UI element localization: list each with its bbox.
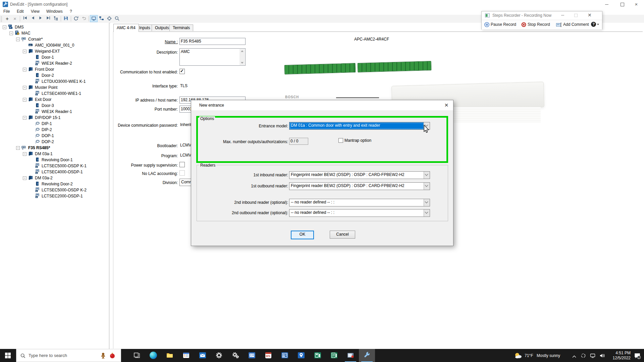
stop-record-button[interactable]: Stop Record (528, 22, 550, 27)
tree-item[interactable]: Door-1 (0, 54, 109, 60)
tree-item[interactable]: −DMS (0, 24, 109, 30)
start-button[interactable] (0, 349, 16, 362)
reader1-in-combo[interactable]: Fingerprint reader BEW2 (OSDP) : OSDP : … (289, 171, 430, 179)
menu-windows[interactable]: Windows (46, 9, 63, 14)
taskbar-invoice-icon[interactable] (326, 349, 342, 362)
description-input[interactable]: AMC (179, 48, 246, 66)
center-view-icon[interactable] (105, 15, 113, 22)
tree-item[interactable]: −DIP/DOP 15-1 (0, 115, 109, 121)
lac-checkbox[interactable] (179, 170, 185, 176)
dialog-close-icon[interactable]: ✕ (443, 102, 450, 109)
go-next-icon[interactable] (37, 15, 44, 22)
entrance-model-combo[interactable]: DM 01a : Common door with entry and exit… (289, 122, 430, 130)
reader1-out-combo-arrow[interactable] (424, 183, 430, 190)
tree-expand-toggle[interactable]: − (23, 86, 26, 89)
taskbar-system-gears-icon[interactable] (227, 349, 244, 362)
taskbar-pos-terminal-icon[interactable] (310, 349, 326, 362)
undo-icon[interactable] (80, 15, 88, 22)
pause-record-icon[interactable] (484, 22, 489, 28)
tree-expand-toggle[interactable]: − (16, 38, 20, 41)
taskbar-task-view-icon[interactable] (129, 349, 145, 362)
help-icon[interactable]: ? (591, 22, 599, 27)
reader2-out-combo[interactable]: -- no reader defined -- : : (289, 209, 430, 217)
tree-view-icon[interactable] (52, 15, 60, 22)
go-last-icon[interactable] (44, 15, 52, 22)
ok-button[interactable]: OK (291, 231, 314, 239)
zoom-icon[interactable] (113, 15, 121, 22)
ornament-icon[interactable] (110, 353, 115, 360)
taskbar-maps-icon[interactable] (293, 349, 309, 362)
search-input[interactable]: Type here to search (16, 349, 121, 362)
tree-expand-toggle[interactable]: − (23, 176, 26, 180)
tree-expand-toggle[interactable]: − (16, 146, 20, 150)
tree-expand-toggle[interactable]: − (23, 50, 26, 53)
reader1-out-combo[interactable]: Fingerprint reader BEW2 (OSDP) : OSDP : … (289, 182, 430, 190)
description-scrollbar[interactable] (239, 49, 245, 65)
taskbar-store-icon[interactable] (178, 349, 194, 362)
pause-record-button[interactable]: Pause Record (491, 22, 516, 27)
refresh-icon[interactable] (72, 15, 80, 22)
taskbar-steps-recorder-icon[interactable] (342, 349, 359, 362)
dialog-title-bar[interactable]: New entrance ✕ (191, 100, 453, 110)
steps-close-icon[interactable]: ✕ (588, 12, 592, 18)
minimize-button[interactable] (599, 0, 614, 9)
network-icon[interactable] (590, 353, 595, 359)
tree-item[interactable]: WIE1K Reader-2 (0, 60, 109, 66)
add-icon[interactable]: + (3, 15, 11, 22)
go-previous-icon[interactable] (29, 15, 37, 22)
tree-item[interactable]: −MAC (0, 30, 109, 36)
go-first-icon[interactable] (21, 15, 29, 22)
mantrap-checkbox[interactable] (338, 138, 343, 143)
tree-item[interactable]: LCTSEC2000-OSDP-1 (0, 193, 109, 199)
tree-item[interactable]: LCTSEC5000-OSDP K-2 (0, 187, 109, 193)
comm-host-checkbox[interactable] (179, 69, 185, 74)
tree-item[interactable]: DOP-1 (0, 133, 109, 139)
save-icon[interactable] (62, 15, 70, 22)
steps-minimize-icon[interactable] (561, 15, 564, 15)
add-comment-button[interactable]: Add Comment (563, 22, 589, 27)
close-button[interactable]: × (629, 0, 644, 9)
weather-icon[interactable] (514, 352, 523, 360)
taskbar-settings-icon[interactable] (211, 349, 227, 362)
reader2-in-combo[interactable]: -- no reader defined -- : : (289, 199, 430, 206)
cancel-button[interactable]: Cancel (330, 231, 355, 239)
reader1-in-combo-arrow[interactable] (424, 172, 430, 179)
network-view-icon[interactable] (98, 15, 105, 22)
clock[interactable]: 4:51 PM 12/5/2022 (605, 351, 631, 361)
tree-expand-toggle[interactable]: − (23, 68, 26, 71)
tree-expand-toggle[interactable]: − (23, 116, 26, 120)
taskbar-id-badge-icon[interactable] (277, 349, 293, 362)
menu-edit[interactable]: Edit (17, 9, 24, 14)
device-view-icon[interactable] (90, 15, 98, 22)
weather-desc[interactable]: Mostly sunny (537, 353, 560, 358)
reader2-out-combo-arrow[interactable] (424, 209, 430, 217)
action-center-icon[interactable]: 2 (634, 352, 641, 360)
hidden-icons-chevron[interactable] (572, 354, 576, 359)
volume-icon[interactable] (599, 353, 605, 359)
tab-amc-4r4[interactable]: AMC 4-R4 (113, 24, 139, 32)
name-input[interactable]: F35 RS485 (179, 38, 246, 45)
taskbar-contact-card-icon[interactable] (244, 349, 260, 362)
tray-sync-icon[interactable] (581, 353, 586, 359)
reader2-in-combo-arrow[interactable] (424, 199, 430, 206)
taskbar-mail-icon[interactable] (195, 349, 211, 362)
tree-expand-toggle[interactable]: − (9, 32, 13, 35)
weather-temp[interactable]: 71°F (525, 353, 533, 358)
tree-expand-toggle[interactable]: − (3, 25, 6, 29)
stop-record-icon[interactable] (521, 22, 526, 28)
add-comment-icon[interactable] (556, 22, 562, 28)
tree-expand-toggle[interactable]: − (23, 98, 26, 102)
tree-item[interactable]: LCTSEC4000-WIE1-1 (0, 90, 109, 97)
taskbar-edge-icon[interactable] (145, 349, 161, 362)
taskbar-file-explorer-icon[interactable] (162, 349, 178, 362)
menu-help[interactable]: ? (70, 9, 72, 14)
psu-checkbox[interactable] (179, 162, 185, 167)
maximize-button[interactable] (614, 0, 630, 9)
taskbar-rps-icon[interactable]: RPS (260, 349, 276, 362)
menu-view[interactable]: View (31, 9, 40, 14)
menu-file[interactable]: File (3, 9, 10, 14)
tree-expand-toggle[interactable]: − (23, 152, 26, 156)
delete-icon[interactable]: × (11, 15, 19, 22)
gingerbread-icon[interactable] (100, 352, 106, 360)
tab-terminals[interactable]: Terminals (169, 24, 193, 31)
